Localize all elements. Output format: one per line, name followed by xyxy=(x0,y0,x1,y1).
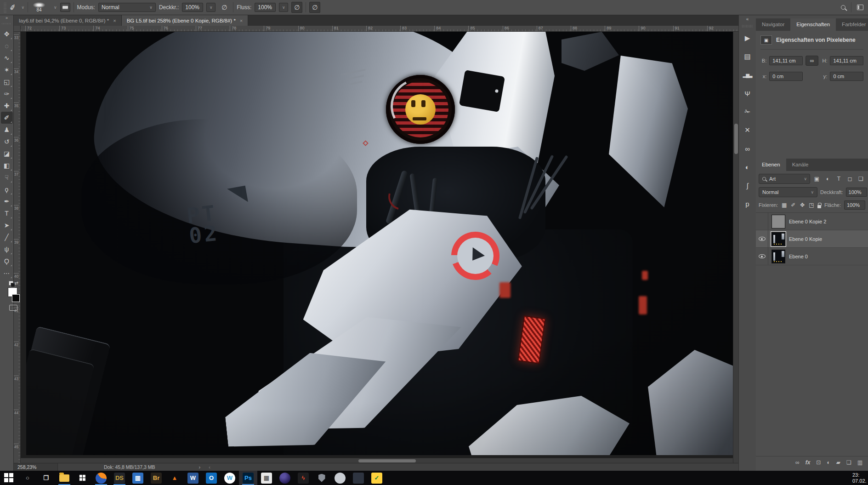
delete-layer-icon[interactable]: ▥ xyxy=(857,459,862,466)
dodge-tool[interactable]: ϙ xyxy=(1,183,13,195)
panel-tab[interactable]: Navigator xyxy=(756,18,790,31)
filter-smart-objects-icon[interactable]: ❏ xyxy=(857,176,865,182)
store-icon[interactable] xyxy=(74,471,92,485)
lock-pixels-icon[interactable]: ✐ xyxy=(790,202,796,208)
marquee-tool[interactable]: ◌ xyxy=(1,40,13,52)
lock-position-icon[interactable]: ✥ xyxy=(800,202,806,208)
opacity-field[interactable]: 100% xyxy=(182,3,203,12)
tool-presets-panel-icon[interactable]: ✕ xyxy=(741,123,755,137)
layer-row[interactable]: Ebene 0 Kopie xyxy=(756,230,868,248)
bridge-icon[interactable]: Br xyxy=(147,471,165,485)
zoom-level-field[interactable]: 258,23% xyxy=(14,463,58,471)
crop-tool[interactable]: ◱ xyxy=(1,76,13,88)
lock-all-icon[interactable] xyxy=(817,205,821,208)
outlook-icon[interactable]: O xyxy=(202,471,221,485)
document-tab[interactable]: lay6.tif bei 94,2% (Ebene 0, RGB/8#) * × xyxy=(14,15,122,26)
word-icon[interactable]: W xyxy=(184,471,202,485)
daz-studio-icon[interactable]: DS xyxy=(110,471,129,485)
libraries-panel-icon[interactable]: p xyxy=(741,197,755,211)
smudge-tool[interactable]: ☟ xyxy=(1,171,13,183)
link-layers-icon[interactable]: ∞ xyxy=(795,459,800,466)
w-app-icon[interactable]: W xyxy=(221,471,239,485)
eraser-tool[interactable]: ◪ xyxy=(1,148,13,160)
search-icon[interactable] xyxy=(841,5,845,10)
layer-visibility-toggle[interactable] xyxy=(756,248,768,265)
brushes-panel-icon[interactable]: Ψ xyxy=(741,86,755,100)
adjustments-panel-icon[interactable]: ◐ xyxy=(741,160,755,174)
creative-cloud-icon[interactable]: ∞ xyxy=(741,142,755,155)
pen-tool[interactable]: ✒ xyxy=(1,195,13,207)
tool-preset-picker[interactable]: ✐ ∨ xyxy=(10,3,24,12)
lasso-tool[interactable]: ∿ xyxy=(1,52,13,64)
layer-effects-icon[interactable]: fx xyxy=(806,459,811,466)
brush-tool[interactable]: ✐ xyxy=(1,112,13,124)
layer-visibility-toggle[interactable] xyxy=(756,230,768,247)
pressure-size-button[interactable]: ∅ xyxy=(309,2,320,13)
lock-artboard-icon[interactable]: ◳ xyxy=(808,202,814,208)
move-tool[interactable]: ✥ xyxy=(1,28,13,40)
grid-app-icon[interactable]: ▦ xyxy=(257,471,276,485)
document-size-status[interactable]: Dok: 45,8 MB/137,3 MB xyxy=(104,464,155,470)
history-panel-icon[interactable]: ▤ xyxy=(741,50,755,63)
close-icon[interactable]: × xyxy=(113,18,116,23)
horizontal-ruler[interactable]: 72 73 74 75 76 77 78 79 80 81 82 83 84 8… xyxy=(21,26,738,32)
gray-app-icon[interactable] xyxy=(331,471,349,485)
lock-transparency-icon[interactable]: ▦ xyxy=(781,202,787,208)
photoshop-icon[interactable]: Ps xyxy=(239,471,257,485)
document-tab[interactable]: BG L5.tif bei 258% (Ebene 0 Kopie, RGB/8… xyxy=(122,15,249,26)
canvas-pasteboard[interactable]: PT02 xyxy=(21,32,733,463)
collapse-panels-icon[interactable]: « xyxy=(746,15,749,23)
gradient-tool[interactable]: ◧ xyxy=(1,160,13,171)
swap-colors-icon[interactable]: ⇄ xyxy=(15,280,18,285)
background-color-swatch[interactable] xyxy=(12,294,20,302)
line-tool[interactable]: ╱ xyxy=(1,231,13,243)
panel-tab[interactable]: Ebenen xyxy=(756,159,786,171)
status-prev-icon[interactable]: ‹ xyxy=(209,464,210,470)
layer-thumbnail[interactable] xyxy=(772,232,785,246)
horizontal-scrollbar[interactable] xyxy=(21,458,733,463)
link-dimensions-icon[interactable]: ∞ xyxy=(806,56,818,66)
check-app-icon[interactable]: ✓ xyxy=(368,471,386,485)
flash-app-icon[interactable]: ϟ xyxy=(294,471,312,485)
healing-brush-tool[interactable]: ✚ xyxy=(1,100,13,112)
blend-mode-select[interactable]: Normal ∨ xyxy=(98,3,156,12)
notes-app-icon[interactable]: ▥ xyxy=(129,471,147,485)
firefox-icon[interactable] xyxy=(92,471,110,485)
filter-adjustment-layers-icon[interactable]: ◐ xyxy=(823,176,832,182)
layer-visibility-toggle[interactable] xyxy=(756,213,768,230)
flow-field[interactable]: 100% xyxy=(255,3,276,12)
horizontal-scrollbar-thumb[interactable] xyxy=(358,459,416,462)
panel-tab[interactable]: Eigenschaften xyxy=(790,18,836,31)
panel-tab[interactable]: Kanäle xyxy=(786,159,815,171)
type-tool[interactable]: T xyxy=(1,207,13,219)
cortana-button[interactable]: ○ xyxy=(18,471,37,485)
default-colors-icon[interactable] xyxy=(9,281,13,285)
taskbar-clock[interactable]: 23: 07.02. xyxy=(852,472,868,484)
canvas-artwork[interactable]: PT02 xyxy=(26,32,733,455)
opacity-dropdown-button[interactable]: ∨ xyxy=(206,3,216,12)
path-select-tool[interactable]: ➤ xyxy=(1,219,13,231)
new-layer-icon[interactable]: ❏ xyxy=(846,459,851,466)
shield-app-icon[interactable] xyxy=(312,471,331,485)
layer-mask-icon[interactable]: ⊡ xyxy=(816,459,821,466)
filter-pixel-layers-icon[interactable]: ▣ xyxy=(812,176,821,182)
layer-thumbnail[interactable] xyxy=(772,250,785,263)
panel-tab[interactable]: Farbfelder xyxy=(836,18,868,31)
layer-thumbnail[interactable] xyxy=(772,215,785,228)
brush-preset-picker[interactable]: 84 xyxy=(31,2,47,12)
layer-group-icon[interactable]: ▰ xyxy=(836,459,840,466)
brush-settings-panel-toggle[interactable] xyxy=(60,3,70,12)
chevron-down-icon[interactable]: ∨ xyxy=(54,5,57,10)
close-icon[interactable]: × xyxy=(240,18,243,23)
ruler-corner[interactable] xyxy=(14,26,21,32)
clone-stamp-tool[interactable]: ♟ xyxy=(1,124,13,136)
flow-dropdown-button[interactable]: ∨ xyxy=(279,3,288,12)
options-bar-gripper[interactable] xyxy=(4,2,6,13)
airbrush-toggle-button[interactable]: ∅ xyxy=(291,2,302,13)
paths-panel-icon[interactable]: ∫ xyxy=(741,178,755,192)
status-next-icon[interactable]: › xyxy=(199,464,200,470)
explorer-icon[interactable] xyxy=(55,471,74,485)
quick-mask-icon[interactable]: ◌ xyxy=(9,305,17,311)
histogram-panel-icon[interactable]: ▂▆▃ xyxy=(741,68,755,82)
height-field[interactable]: 141,11 cm xyxy=(830,56,863,65)
